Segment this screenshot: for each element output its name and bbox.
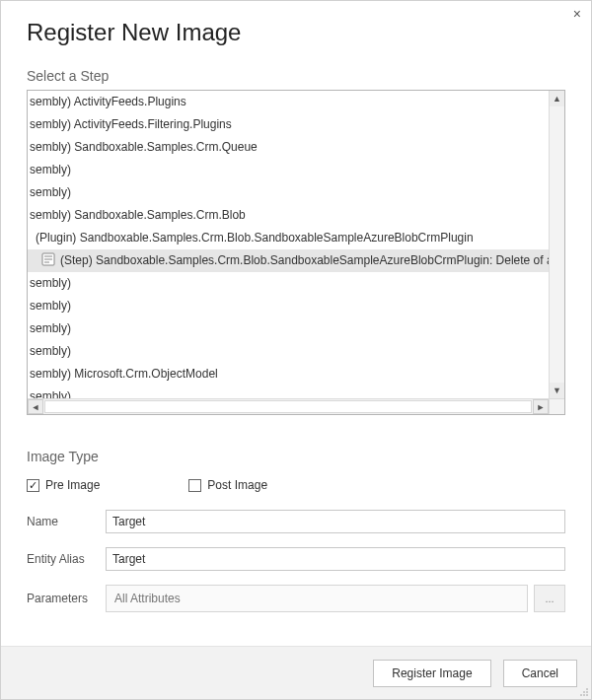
register-new-image-dialog: × Register New Image Select a Step sembl… — [0, 0, 592, 700]
tree-row[interactable]: sembly) ActivityFeeds.Filtering.Plugins — [28, 113, 549, 136]
horizontal-scroll-thumb[interactable] — [85, 401, 480, 412]
tree-row[interactable]: sembly) — [28, 181, 549, 204]
select-step-heading: Select a Step — [27, 68, 565, 84]
tree-row[interactable]: sembly) Microsoft.Crm.ObjectModel — [28, 363, 549, 385]
svg-point-6 — [586, 694, 588, 696]
svg-point-5 — [586, 691, 588, 693]
parameters-input[interactable] — [106, 585, 528, 612]
tree-row[interactable]: (Plugin) Sandboxable.Samples.Crm.Blob.Sa… — [28, 227, 549, 249]
checkbox-icon — [27, 479, 39, 492]
resize-grip-icon — [579, 687, 589, 697]
tree-row-prefix: sembly) — [30, 367, 71, 381]
cancel-button[interactable]: Cancel — [503, 660, 577, 687]
checkbox-icon — [188, 479, 201, 492]
tree-row[interactable]: sembly) ActivityFeeds.Plugins — [28, 91, 549, 113]
svg-point-9 — [580, 694, 582, 696]
tree-row[interactable]: sembly) Sandboxable.Samples.Crm.Queue — [28, 136, 549, 159]
tree-row-prefix: sembly) — [30, 185, 71, 199]
tree-row-prefix: sembly) — [30, 299, 71, 313]
parameters-browse-button[interactable]: ... — [534, 585, 565, 612]
scrollbar-corner — [549, 398, 564, 414]
step-tree-viewport: sembly) ActivityFeeds.Pluginssembly) Act… — [28, 91, 549, 398]
dialog-footer: Register Image Cancel — [1, 646, 591, 699]
tree-row-label: Sandboxable.Samples.Crm.Blob.Sandboxable… — [80, 231, 474, 245]
tree-row-label: Sandboxable.Samples.Crm.Blob.Sandboxable… — [96, 253, 549, 267]
svg-point-8 — [583, 694, 585, 696]
vertical-scrollbar[interactable]: ▲ ▼ — [549, 91, 564, 398]
tree-row-prefix: sembly) — [30, 321, 71, 335]
close-icon[interactable]: × — [573, 7, 581, 21]
step-icon — [41, 252, 55, 266]
tree-row-prefix: sembly) — [30, 117, 71, 131]
tree-row[interactable]: sembly) — [28, 340, 549, 363]
tree-row-prefix: sembly) — [30, 163, 71, 176]
tree-row-prefix: (Step) — [60, 253, 93, 267]
image-form: Name Entity Alias Parameters ... — [27, 510, 565, 612]
scroll-right-arrow-icon[interactable]: ► — [533, 399, 549, 414]
svg-point-4 — [586, 688, 588, 690]
post-image-checkbox[interactable]: Post Image — [188, 478, 267, 492]
tree-row-label: Sandboxable.Samples.Crm.Queue — [74, 140, 257, 154]
svg-point-7 — [583, 691, 585, 693]
tree-row-selected[interactable]: (Step) Sandboxable.Samples.Crm.Blob.Sand… — [28, 249, 549, 272]
tree-row-label: ActivityFeeds.Plugins — [74, 95, 186, 108]
tree-row-prefix: sembly) — [30, 95, 71, 108]
scroll-left-arrow-icon[interactable]: ◄ — [28, 399, 43, 414]
name-input[interactable] — [106, 510, 565, 533]
tree-row[interactable]: sembly) — [28, 159, 549, 181]
tree-row-label: ActivityFeeds.Filtering.Plugins — [74, 117, 232, 131]
tree-row[interactable]: sembly) — [28, 385, 549, 398]
tree-row[interactable]: sembly) — [28, 295, 549, 317]
horizontal-scrollbar[interactable]: ◄ ► — [28, 398, 549, 414]
tree-row-prefix: sembly) — [30, 276, 71, 290]
tree-row[interactable]: sembly) Sandboxable.Samples.Crm.Blob — [28, 204, 549, 227]
name-label: Name — [27, 515, 106, 528]
tree-row-prefix: sembly) — [30, 389, 71, 398]
dialog-content: Register New Image Select a Step sembly)… — [1, 1, 591, 646]
entity-alias-label: Entity Alias — [27, 552, 106, 566]
horizontal-scroll-track[interactable] — [44, 400, 532, 413]
tree-row[interactable]: sembly) — [28, 272, 549, 295]
image-type-heading: Image Type — [27, 449, 565, 464]
tree-row-prefix: sembly) — [30, 140, 71, 154]
post-image-label: Post Image — [207, 478, 267, 492]
entity-alias-input[interactable] — [106, 547, 565, 571]
scroll-down-arrow-icon[interactable]: ▼ — [550, 383, 564, 398]
scroll-up-arrow-icon[interactable]: ▲ — [550, 91, 564, 106]
tree-row-prefix: sembly) — [30, 208, 71, 222]
tree-row-label: Sandboxable.Samples.Crm.Blob — [74, 208, 245, 222]
tree-row-label: Microsoft.Crm.ObjectModel — [74, 367, 217, 381]
dialog-title: Register New Image — [27, 19, 565, 46]
tree-row[interactable]: sembly) — [28, 317, 549, 340]
parameters-label: Parameters — [27, 592, 106, 605]
pre-image-checkbox[interactable]: Pre Image — [27, 478, 100, 492]
register-image-button[interactable]: Register Image — [373, 660, 490, 687]
tree-row-prefix: (Plugin) — [36, 231, 76, 245]
tree-row-prefix: sembly) — [30, 344, 71, 358]
image-type-section: Image Type Pre Image Post Image — [27, 449, 565, 492]
pre-image-label: Pre Image — [45, 478, 100, 492]
step-tree[interactable]: sembly) ActivityFeeds.Pluginssembly) Act… — [27, 90, 565, 415]
